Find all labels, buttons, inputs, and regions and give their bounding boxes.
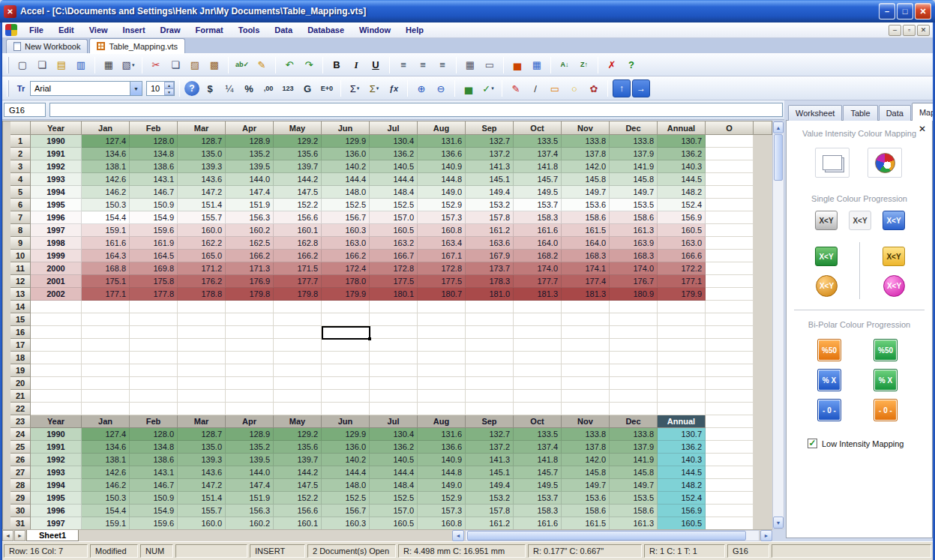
cell[interactable]: 177.7 (514, 275, 562, 288)
cell[interactable]: 137.8 (562, 441, 610, 454)
cell[interactable]: 147.4 (226, 186, 274, 199)
cell[interactable]: 145.8 (562, 173, 610, 186)
column-header-apr[interactable]: Apr (226, 121, 274, 135)
cell[interactable] (706, 211, 754, 224)
cell[interactable] (130, 339, 178, 352)
cell[interactable] (706, 301, 754, 313)
cell[interactable] (274, 364, 322, 377)
scroll-up-icon[interactable] (773, 121, 784, 133)
cell[interactable]: 146.2 (82, 186, 130, 199)
column-header-sep[interactable]: Sep (466, 121, 514, 135)
cell[interactable]: 140.2 (322, 454, 370, 466)
cell[interactable]: 151.9 (226, 199, 274, 211)
cell[interactable]: 128.0 (130, 135, 178, 148)
row-header-3[interactable]: 3 (10, 160, 31, 173)
cell[interactable] (706, 352, 754, 364)
cell[interactable]: 136.2 (658, 441, 706, 454)
scroll-left-icon[interactable] (452, 530, 464, 541)
cell[interactable]: 147.5 (274, 479, 322, 492)
cell[interactable] (322, 403, 370, 415)
cell[interactable]: 153.6 (562, 199, 610, 211)
cell[interactable] (82, 326, 130, 339)
cell[interactable]: Dec (610, 415, 658, 428)
cell[interactable]: 169.8 (130, 262, 178, 275)
column-header-o[interactable]: O (706, 121, 754, 135)
cell[interactable] (706, 454, 754, 466)
cell[interactable] (706, 505, 754, 517)
panel-tab-map[interactable]: Map (912, 103, 935, 121)
cell[interactable]: 160.2 (226, 517, 274, 529)
cell[interactable] (274, 390, 322, 403)
cell[interactable]: 177.7 (274, 275, 322, 288)
sort-descending[interactable]: Z↑ (575, 56, 593, 74)
row-header-26[interactable]: 26 (10, 454, 31, 466)
cell[interactable]: 159.6 (130, 224, 178, 237)
delete[interactable]: ✗ (603, 56, 621, 74)
cell[interactable] (130, 390, 178, 403)
cell[interactable]: 149.5 (514, 479, 562, 492)
cell[interactable]: 157.3 (418, 211, 466, 224)
cell[interactable]: 161.6 (514, 517, 562, 529)
cell[interactable] (370, 326, 418, 339)
cell[interactable]: 160.0 (178, 517, 226, 529)
cut[interactable]: ✂ (147, 56, 165, 74)
cell[interactable]: 157.0 (370, 505, 418, 517)
cell[interactable] (274, 339, 322, 352)
cell[interactable]: 154.9 (130, 505, 178, 517)
cell[interactable]: 159.6 (130, 517, 178, 529)
cell[interactable]: 152.9 (418, 492, 466, 505)
map-single-flat-button[interactable]: X<Y (849, 211, 871, 230)
doc-tab-new-workbook[interactable]: New Workbook (6, 39, 88, 53)
row-header-14[interactable]: 14 (10, 301, 31, 313)
cell[interactable]: 150.9 (130, 199, 178, 211)
validation[interactable]: ✓▾ (479, 79, 497, 97)
cell[interactable] (514, 364, 562, 377)
cell[interactable] (31, 301, 82, 313)
cell[interactable] (418, 377, 466, 390)
cell[interactable] (274, 313, 322, 326)
cell[interactable] (130, 313, 178, 326)
menu-view[interactable]: View (82, 24, 115, 36)
cell[interactable]: 144.4 (370, 173, 418, 186)
cell[interactable] (706, 199, 754, 211)
cell[interactable]: 135.2 (226, 148, 274, 160)
cell[interactable] (706, 313, 754, 326)
cell[interactable]: 174.0 (610, 262, 658, 275)
cell[interactable]: Mar (178, 415, 226, 428)
cell[interactable]: 149.4 (466, 186, 514, 199)
insert-table[interactable]: ▦ (528, 56, 546, 74)
cell[interactable]: 177.1 (658, 275, 706, 288)
row-header-10[interactable]: 10 (10, 250, 31, 262)
cell[interactable] (418, 301, 466, 313)
cell[interactable]: 157.0 (370, 211, 418, 224)
cell[interactable] (370, 377, 418, 390)
cell[interactable]: 174.1 (562, 262, 610, 275)
copy[interactable]: ❏ (166, 56, 184, 74)
cell[interactable]: 140.9 (418, 160, 466, 173)
cell[interactable]: Annual (658, 415, 706, 428)
cell[interactable] (466, 390, 514, 403)
cell[interactable] (658, 313, 706, 326)
cell[interactable]: 140.5 (370, 454, 418, 466)
cell[interactable]: 128.0 (130, 428, 178, 441)
toolbar-drag-handle[interactable] (7, 57, 9, 73)
menu-insert[interactable]: Insert (115, 24, 153, 36)
cell[interactable]: 147.4 (226, 479, 274, 492)
mdi-minimize-button[interactable] (889, 25, 901, 36)
row-header-13[interactable]: 13 (10, 288, 31, 301)
cell[interactable]: 139.3 (178, 160, 226, 173)
cell[interactable]: 150.3 (82, 199, 130, 211)
cell[interactable] (466, 339, 514, 352)
cell[interactable] (178, 403, 226, 415)
cell[interactable]: 145.8 (610, 173, 658, 186)
cell[interactable]: 145.8 (610, 466, 658, 479)
cell[interactable]: 144.4 (370, 466, 418, 479)
cell[interactable]: 146.7 (130, 186, 178, 199)
sheet-tab-sheet1[interactable]: Sheet1 (26, 530, 79, 541)
cell[interactable] (178, 352, 226, 364)
cell[interactable] (322, 364, 370, 377)
cell[interactable]: 177.5 (418, 275, 466, 288)
cell[interactable]: 142.6 (82, 173, 130, 186)
font-size-input[interactable]: 10 (146, 81, 175, 96)
cell[interactable] (466, 352, 514, 364)
